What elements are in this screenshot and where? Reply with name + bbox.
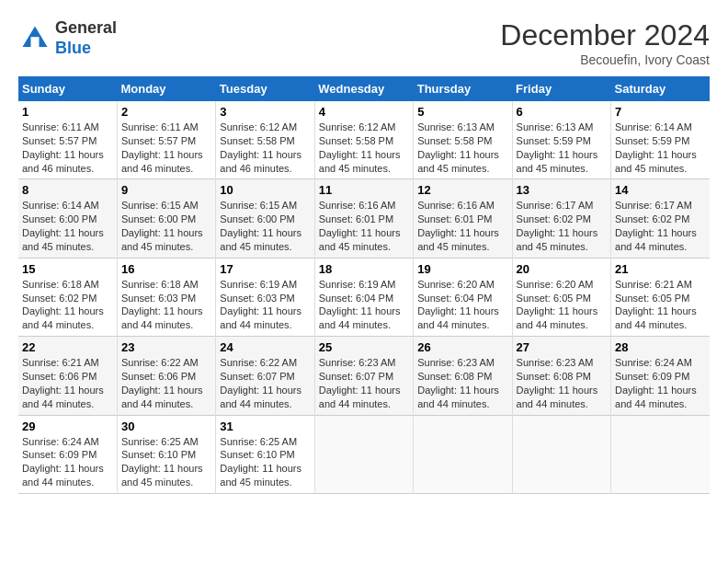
col-header-thursday: Thursday: [414, 76, 512, 101]
location-subtitle: Becouefin, Ivory Coast: [500, 52, 710, 67]
day-number: 27: [517, 340, 607, 354]
svg-rect-2: [31, 37, 40, 49]
day-number: 25: [319, 340, 409, 354]
calendar-cell: 20Sunrise: 6:20 AM Sunset: 6:05 PM Dayli…: [512, 258, 610, 336]
day-number: 11: [319, 183, 409, 197]
calendar-week-row: 1Sunrise: 6:11 AM Sunset: 5:57 PM Daylig…: [18, 101, 710, 179]
calendar-cell: 4Sunrise: 6:12 AM Sunset: 5:58 PM Daylig…: [314, 101, 413, 179]
day-number: 7: [615, 105, 706, 119]
day-info: Sunrise: 6:13 AM Sunset: 5:59 PM Dayligh…: [517, 121, 607, 175]
day-info: Sunrise: 6:16 AM Sunset: 6:01 PM Dayligh…: [319, 199, 409, 253]
col-header-sunday: Sunday: [18, 76, 117, 101]
calendar-week-row: 8Sunrise: 6:14 AM Sunset: 6:00 PM Daylig…: [18, 179, 710, 258]
calendar-cell: 7Sunrise: 6:14 AM Sunset: 5:59 PM Daylig…: [611, 101, 710, 179]
calendar-cell: 8Sunrise: 6:14 AM Sunset: 6:00 PM Daylig…: [18, 179, 117, 258]
calendar-cell: [414, 415, 512, 493]
day-info: Sunrise: 6:15 AM Sunset: 6:00 PM Dayligh…: [121, 199, 211, 253]
day-info: Sunrise: 6:11 AM Sunset: 5:57 PM Dayligh…: [22, 121, 113, 175]
day-info: Sunrise: 6:18 AM Sunset: 6:02 PM Dayligh…: [22, 278, 113, 332]
calendar-cell: 30Sunrise: 6:25 AM Sunset: 6:10 PM Dayli…: [117, 415, 215, 493]
day-number: 9: [121, 183, 211, 197]
calendar-cell: 16Sunrise: 6:18 AM Sunset: 6:03 PM Dayli…: [117, 258, 215, 336]
calendar-cell: 21Sunrise: 6:21 AM Sunset: 6:05 PM Dayli…: [611, 258, 710, 336]
calendar-cell: 14Sunrise: 6:17 AM Sunset: 6:02 PM Dayli…: [611, 179, 710, 258]
col-header-tuesday: Tuesday: [216, 76, 314, 101]
calendar-table: SundayMondayTuesdayWednesdayThursdayFrid…: [18, 76, 710, 494]
col-header-saturday: Saturday: [611, 76, 710, 101]
col-header-friday: Friday: [512, 76, 610, 101]
day-info: Sunrise: 6:22 AM Sunset: 6:07 PM Dayligh…: [220, 356, 310, 410]
day-info: Sunrise: 6:21 AM Sunset: 6:05 PM Dayligh…: [615, 278, 706, 332]
calendar-week-row: 22Sunrise: 6:21 AM Sunset: 6:06 PM Dayli…: [18, 337, 710, 415]
day-number: 19: [417, 262, 507, 276]
col-header-monday: Monday: [117, 76, 215, 101]
calendar-cell: 15Sunrise: 6:18 AM Sunset: 6:02 PM Dayli…: [18, 258, 117, 336]
calendar-week-row: 15Sunrise: 6:18 AM Sunset: 6:02 PM Dayli…: [18, 258, 710, 336]
day-number: 20: [517, 262, 607, 276]
day-number: 28: [615, 340, 706, 354]
day-number: 4: [319, 105, 409, 119]
calendar-cell: 29Sunrise: 6:24 AM Sunset: 6:09 PM Dayli…: [18, 415, 117, 493]
day-number: 15: [22, 262, 113, 276]
calendar-cell: 2Sunrise: 6:11 AM Sunset: 5:57 PM Daylig…: [117, 101, 215, 179]
calendar-header-row: SundayMondayTuesdayWednesdayThursdayFrid…: [18, 76, 710, 101]
col-header-wednesday: Wednesday: [314, 76, 413, 101]
day-info: Sunrise: 6:22 AM Sunset: 6:06 PM Dayligh…: [121, 356, 211, 410]
day-info: Sunrise: 6:14 AM Sunset: 5:59 PM Dayligh…: [615, 121, 706, 175]
calendar-cell: 26Sunrise: 6:23 AM Sunset: 6:08 PM Dayli…: [414, 337, 512, 415]
day-number: 22: [22, 340, 113, 354]
day-number: 10: [220, 183, 310, 197]
day-number: 26: [417, 340, 507, 354]
day-number: 8: [22, 183, 113, 197]
calendar-cell: 13Sunrise: 6:17 AM Sunset: 6:02 PM Dayli…: [512, 179, 610, 258]
day-info: Sunrise: 6:23 AM Sunset: 6:08 PM Dayligh…: [417, 356, 507, 410]
day-number: 1: [22, 105, 113, 119]
day-info: Sunrise: 6:13 AM Sunset: 5:58 PM Dayligh…: [417, 121, 507, 175]
calendar-cell: [512, 415, 610, 493]
calendar-cell: 17Sunrise: 6:19 AM Sunset: 6:03 PM Dayli…: [216, 258, 314, 336]
calendar-cell: 1Sunrise: 6:11 AM Sunset: 5:57 PM Daylig…: [18, 101, 117, 179]
day-info: Sunrise: 6:16 AM Sunset: 6:01 PM Dayligh…: [417, 199, 507, 253]
day-info: Sunrise: 6:24 AM Sunset: 6:09 PM Dayligh…: [22, 435, 113, 489]
day-info: Sunrise: 6:25 AM Sunset: 6:10 PM Dayligh…: [121, 435, 211, 489]
day-info: Sunrise: 6:17 AM Sunset: 6:02 PM Dayligh…: [517, 199, 607, 253]
logo-icon: [18, 22, 51, 55]
calendar-cell: 9Sunrise: 6:15 AM Sunset: 6:00 PM Daylig…: [117, 179, 215, 258]
day-number: 21: [615, 262, 706, 276]
calendar-cell: 31Sunrise: 6:25 AM Sunset: 6:10 PM Dayli…: [216, 415, 314, 493]
day-info: Sunrise: 6:14 AM Sunset: 6:00 PM Dayligh…: [22, 199, 113, 253]
day-number: 29: [22, 419, 113, 433]
day-info: Sunrise: 6:12 AM Sunset: 5:58 PM Dayligh…: [220, 121, 310, 175]
day-info: Sunrise: 6:19 AM Sunset: 6:04 PM Dayligh…: [319, 278, 409, 332]
calendar-cell: 27Sunrise: 6:23 AM Sunset: 6:08 PM Dayli…: [512, 337, 610, 415]
day-number: 5: [417, 105, 507, 119]
day-number: 23: [121, 340, 211, 354]
day-info: Sunrise: 6:17 AM Sunset: 6:02 PM Dayligh…: [615, 199, 706, 253]
calendar-cell: 6Sunrise: 6:13 AM Sunset: 5:59 PM Daylig…: [512, 101, 610, 179]
calendar-cell: [314, 415, 413, 493]
day-number: 14: [615, 183, 706, 197]
calendar-cell: 12Sunrise: 6:16 AM Sunset: 6:01 PM Dayli…: [414, 179, 512, 258]
day-number: 6: [517, 105, 607, 119]
day-number: 18: [319, 262, 409, 276]
calendar-week-row: 29Sunrise: 6:24 AM Sunset: 6:09 PM Dayli…: [18, 415, 710, 493]
day-info: Sunrise: 6:24 AM Sunset: 6:09 PM Dayligh…: [615, 356, 706, 410]
day-info: Sunrise: 6:12 AM Sunset: 5:58 PM Dayligh…: [319, 121, 409, 175]
title-block: December 2024 Becouefin, Ivory Coast: [500, 18, 710, 67]
calendar-cell: 28Sunrise: 6:24 AM Sunset: 6:09 PM Dayli…: [611, 337, 710, 415]
calendar-cell: 25Sunrise: 6:23 AM Sunset: 6:07 PM Dayli…: [314, 337, 413, 415]
calendar-cell: 10Sunrise: 6:15 AM Sunset: 6:00 PM Dayli…: [216, 179, 314, 258]
day-number: 17: [220, 262, 310, 276]
calendar-cell: 24Sunrise: 6:22 AM Sunset: 6:07 PM Dayli…: [216, 337, 314, 415]
calendar-cell: [611, 415, 710, 493]
day-number: 13: [517, 183, 607, 197]
day-number: 3: [220, 105, 310, 119]
day-number: 30: [121, 419, 211, 433]
calendar-cell: 3Sunrise: 6:12 AM Sunset: 5:58 PM Daylig…: [216, 101, 314, 179]
calendar-cell: 5Sunrise: 6:13 AM Sunset: 5:58 PM Daylig…: [414, 101, 512, 179]
day-number: 16: [121, 262, 211, 276]
day-info: Sunrise: 6:11 AM Sunset: 5:57 PM Dayligh…: [121, 121, 211, 175]
calendar-cell: 19Sunrise: 6:20 AM Sunset: 6:04 PM Dayli…: [414, 258, 512, 336]
day-info: Sunrise: 6:25 AM Sunset: 6:10 PM Dayligh…: [220, 435, 310, 489]
day-info: Sunrise: 6:19 AM Sunset: 6:03 PM Dayligh…: [220, 278, 310, 332]
